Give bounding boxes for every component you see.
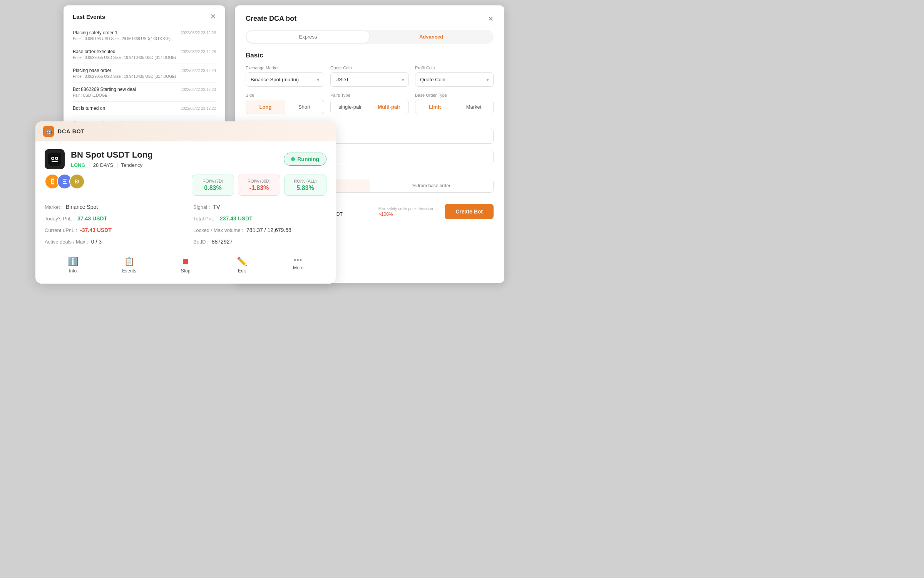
today-pnl-value: 37.43 USDT [77, 215, 107, 222]
pairs-type-buttons: single-pair Multi-pair [330, 100, 409, 114]
list-item: Base order executed 2022/03/22 23:12:25 … [73, 45, 216, 64]
running-dot-icon [291, 157, 295, 161]
form-row-2: Side Long Short Pairs Type single-pair M… [246, 93, 494, 114]
roi-all-box: ROI% (ALL) 5.83% [284, 175, 326, 196]
nav-stop[interactable]: ⏹ Stop [170, 257, 201, 274]
bot-header-icon: 🤖 [43, 126, 54, 137]
event-detail: Pair : USDT...DOGE [73, 93, 216, 97]
list-item: Placing base order 2022/03/22 23:12:24 P… [73, 64, 216, 83]
nav-edit-label: Edit [238, 268, 246, 274]
pairs-type-label: Pairs Type [330, 93, 409, 97]
panel-header: Last Events ✕ [73, 13, 216, 20]
profit-coin-select[interactable]: Quote Coin [415, 72, 494, 87]
single-pair-button[interactable]: single-pair [331, 100, 370, 114]
signal-value: TV [213, 204, 220, 210]
cooldown-input[interactable] [309, 150, 494, 164]
create-dca-header: Create DCA bot ✕ [246, 15, 494, 23]
nav-info-label: Info [69, 268, 77, 274]
roi-30d-label: ROI% (30D) [245, 179, 273, 183]
close-button[interactable]: ✕ [210, 13, 216, 20]
quote-coin-group: Quote Coin USDT ▼ [330, 66, 409, 87]
svg-point-3 [52, 158, 54, 159]
tab-express[interactable]: Express [247, 31, 369, 43]
current-upnl-value: -37.43 USDT [80, 227, 112, 233]
coin-icons-row: ₿ Ξ Ð [45, 174, 82, 189]
side-group: Side Long Short [246, 93, 324, 114]
total-pnl-stat: Total PnL : 237.43 USDT [193, 215, 326, 222]
roi-30d-value: -1.83% [245, 185, 273, 192]
coins-roi-row: ₿ Ξ Ð ROI% (7D) 0.83% ROI% (30D) -1.83% … [45, 174, 326, 196]
event-time: 2022/03/22 23:12:26 [181, 31, 216, 35]
create-dca-close-button[interactable]: ✕ [488, 15, 494, 22]
active-deals-stat: Active deals / Max : 0 / 3 [45, 239, 178, 245]
active-deals-value: 0 / 3 [91, 239, 102, 245]
stop-icon: ⏹ [181, 257, 190, 267]
svg-rect-5 [52, 161, 58, 162]
running-badge: Running [284, 153, 326, 166]
total-pnl-label: Total PnL : [193, 216, 217, 222]
locked-max-stat: Locked / Max volume : 781.37 / 12,679.58 [193, 227, 326, 233]
event-name: Bot is turned on [73, 106, 105, 111]
profit-coin-label: Profit Coin [415, 66, 494, 70]
nav-more[interactable]: ••• More [283, 257, 314, 274]
total-pnl-value: 237.43 USDT [220, 215, 253, 222]
event-name: Placing safety order 1 [73, 30, 117, 35]
nav-events[interactable]: 📋 Events [114, 257, 145, 274]
bot-card-body: BN Spot USDT Long LONG | 28 DAYS | Tende… [35, 141, 336, 284]
today-pnl-label: Today's PnL : [45, 216, 74, 222]
nav-info[interactable]: ℹ️ Info [57, 257, 88, 274]
nav-stop-label: Stop [181, 268, 191, 274]
bot-tags: LONG | 28 DAYS | Tendency [71, 161, 153, 168]
locked-max-value: 781.37 / 12,679.58 [246, 227, 291, 233]
roi-7d-box: ROI% (7D) 0.83% [192, 175, 234, 196]
divider-2: | [116, 161, 118, 168]
basic-section-title: Basic [246, 52, 494, 59]
event-time: 2022/03/22 23:12:24 [181, 69, 216, 73]
base-order-type-group: Base Order Type Limit Market [415, 93, 494, 114]
tab-switcher: Express Advanced [246, 30, 494, 44]
market-value: Binance Spot [66, 204, 98, 210]
dca-bot-card: 🤖 DCA BOT BN Spot USDT Long [35, 121, 336, 284]
roi-7d-label: ROI% (7D) [199, 179, 227, 183]
events-list: Placing safety order 1 2022/03/22 23:12:… [73, 26, 216, 131]
quote-coin-select-wrap: USDT ▼ [330, 72, 409, 87]
side-long-button[interactable]: Long [246, 100, 285, 114]
multi-pair-button[interactable]: Multi-pair [370, 100, 408, 114]
exchange-market-group: Exchange Market Binance Spot (mudui) ▼ [246, 66, 324, 87]
today-pnl-stat: Today's PnL : 37.43 USDT [45, 215, 178, 222]
quote-coin-select[interactable]: USDT [330, 72, 409, 87]
tab-advanced[interactable]: Advanced [370, 31, 492, 43]
market-button[interactable]: Market [454, 100, 493, 114]
side-short-button[interactable]: Short [285, 100, 324, 114]
event-name: Placing base order [73, 68, 111, 73]
create-bot-button[interactable]: Create Bot [445, 204, 494, 219]
limit-button[interactable]: Limit [415, 100, 454, 114]
svg-rect-0 [48, 153, 61, 166]
footer-max-deviation-label: Max safety order price deviation [378, 207, 440, 211]
events-icon: 📋 [124, 257, 134, 267]
event-time: 2022/03/22 23:12:22 [181, 106, 216, 111]
current-upnl-label: Current uPnL : [45, 227, 77, 233]
footer-max-deviation-value: >100% [378, 212, 440, 217]
bot-logo [45, 149, 65, 169]
bot-name: BN Spot USDT Long [71, 150, 153, 160]
signal-label: Signal : [193, 204, 210, 210]
profit-coin-group: Profit Coin Quote Coin ▼ [415, 66, 494, 87]
create-dca-title: Create DCA bot [246, 15, 296, 23]
signal-stat: Signal : TV [193, 204, 326, 210]
nav-edit[interactable]: ✏️ Edit [226, 257, 257, 274]
roi-7d-value: 0.83% [199, 185, 227, 192]
event-detail: Price : 0.069196 USD Size : 29.961868 US… [73, 37, 216, 41]
edit-icon: ✏️ [237, 257, 247, 267]
pairs-type-group: Pairs Type single-pair Multi-pair [330, 93, 409, 114]
bot-id-value: 8872927 [212, 239, 233, 245]
exchange-market-select[interactable]: Binance Spot (mudui) [246, 72, 324, 87]
nav-more-label: More [293, 265, 303, 271]
more-icon: ••• [294, 257, 303, 264]
market-label: Market : [45, 204, 63, 210]
tp-base-order-button[interactable]: % from base order [370, 179, 493, 192]
nav-events-label: Events [122, 268, 136, 274]
base-order-type-label: Base Order Type [415, 93, 494, 97]
bot-id-stat: BotID : 8872927 [193, 239, 326, 245]
bot-info-row: BN Spot USDT Long LONG | 28 DAYS | Tende… [45, 149, 326, 169]
